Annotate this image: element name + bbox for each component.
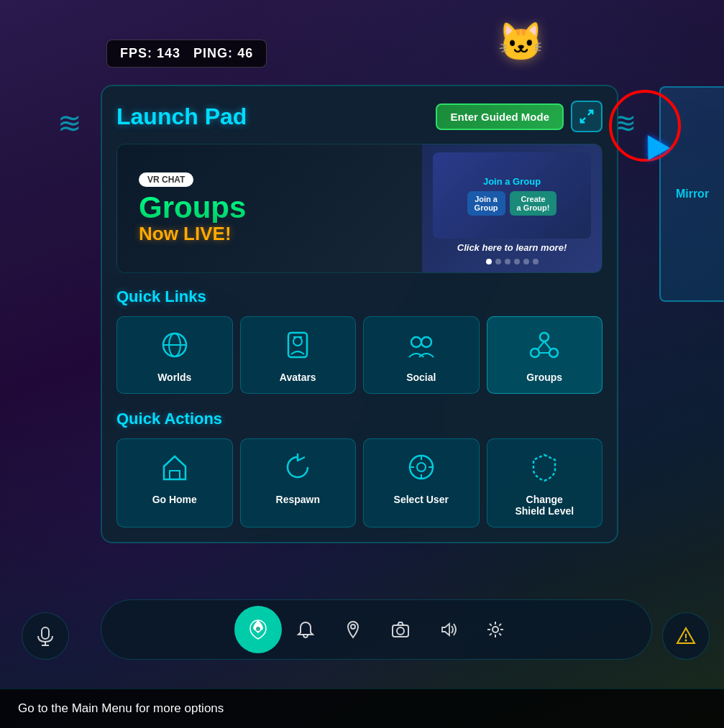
join-btn-group: Join aGroup Createa Group! bbox=[467, 191, 557, 216]
svg-point-6 bbox=[293, 337, 302, 346]
fps-ping-badge: FPS: 143 PING: 46 bbox=[106, 40, 267, 68]
svg-point-9 bbox=[421, 337, 431, 347]
banner-left: VR CHAT Groups Now LIVE! bbox=[117, 158, 422, 259]
dot-1 bbox=[486, 259, 492, 264]
social-button[interactable]: Social bbox=[363, 316, 480, 394]
join-group-btn[interactable]: Join aGroup bbox=[467, 191, 505, 216]
dot-6 bbox=[533, 259, 539, 264]
groups-label: Groups bbox=[526, 372, 562, 383]
groups-button[interactable]: Groups bbox=[487, 316, 603, 394]
fps-label: FPS: bbox=[120, 46, 152, 60]
wing-right-decoration: ≋ bbox=[613, 106, 656, 149]
svg-rect-24 bbox=[42, 627, 49, 639]
select-user-label: Select User bbox=[394, 494, 449, 505]
guided-mode-button[interactable]: Enter Guided Mode bbox=[436, 103, 564, 130]
join-group-image: Join a Group Join aGroup Createa Group! bbox=[433, 152, 591, 239]
banner-cta: Click here to learn more! bbox=[457, 242, 567, 253]
banner-dots bbox=[486, 259, 539, 264]
nav-settings-button[interactable] bbox=[472, 606, 519, 653]
go-home-label: Go Home bbox=[152, 494, 197, 505]
launchpad-title: Launch Pad bbox=[116, 103, 247, 130]
svg-line-14 bbox=[544, 341, 551, 349]
vrc-logo: VR CHAT bbox=[139, 172, 193, 187]
svg-point-30 bbox=[397, 627, 404, 635]
svg-point-33 bbox=[685, 640, 687, 642]
mirror-panel[interactable]: Mirror bbox=[659, 86, 724, 302]
quick-actions-title: Quick Actions bbox=[116, 410, 602, 428]
ping-value: 46 bbox=[237, 46, 253, 60]
change-shield-icon bbox=[529, 452, 559, 487]
svg-line-13 bbox=[538, 341, 544, 349]
dot-5 bbox=[523, 259, 529, 264]
svg-point-19 bbox=[417, 463, 426, 471]
avatars-button[interactable]: Avatars bbox=[240, 316, 357, 394]
svg-point-31 bbox=[492, 627, 498, 632]
svg-point-12 bbox=[549, 349, 558, 357]
worlds-label: Worlds bbox=[157, 372, 191, 383]
select-user-button[interactable]: Select User bbox=[363, 438, 480, 527]
svg-point-28 bbox=[351, 625, 355, 629]
change-shield-label: ChangeShield Level bbox=[515, 494, 574, 517]
vrc-logo-text: VR CHAT bbox=[147, 175, 185, 185]
bottom-nav-bar bbox=[101, 599, 652, 660]
dot-4 bbox=[514, 259, 520, 264]
svg-point-8 bbox=[411, 337, 421, 347]
svg-point-10 bbox=[540, 333, 549, 341]
join-group-title: Join a Group bbox=[467, 176, 557, 187]
worlds-button[interactable]: Worlds bbox=[116, 316, 233, 394]
avatars-label: Avatars bbox=[280, 372, 316, 383]
nav-volume-button[interactable] bbox=[424, 606, 472, 653]
social-icon bbox=[406, 330, 436, 364]
mirror-label: Mirror bbox=[676, 188, 709, 201]
nav-bell-button[interactable] bbox=[282, 606, 329, 653]
avatars-icon bbox=[283, 330, 313, 364]
create-group-btn[interactable]: Createa Group! bbox=[510, 191, 557, 216]
dot-3 bbox=[505, 259, 510, 264]
mic-button[interactable] bbox=[22, 612, 69, 660]
svg-point-27 bbox=[256, 627, 260, 631]
nav-launch-button[interactable] bbox=[234, 606, 282, 653]
quick-actions-grid: Go Home Respawn bbox=[116, 438, 602, 527]
worlds-icon bbox=[160, 330, 190, 364]
launchpad-panel: Launch Pad Enter Guided Mode VR CHAT Gro… bbox=[101, 85, 618, 543]
groups-icon bbox=[529, 330, 559, 364]
change-shield-button[interactable]: ChangeShield Level bbox=[487, 438, 603, 527]
quick-links-title: Quick Links bbox=[116, 287, 602, 306]
wing-left-decoration: ≋ bbox=[58, 106, 101, 149]
banner-right: Join a Group Join aGroup Createa Group! … bbox=[422, 144, 602, 272]
status-text: Go to the Main Menu for more options bbox=[18, 701, 224, 716]
header-right: Enter Guided Mode bbox=[436, 101, 602, 132]
go-home-icon bbox=[160, 452, 190, 487]
ping-label: PING: bbox=[193, 46, 233, 60]
nav-camera-button[interactable] bbox=[377, 606, 424, 653]
groups-banner-text: Groups bbox=[139, 193, 400, 223]
fps-value: 143 bbox=[157, 46, 180, 60]
go-home-button[interactable]: Go Home bbox=[116, 438, 233, 527]
nav-location-button[interactable] bbox=[329, 606, 377, 653]
header-row: Launch Pad Enter Guided Mode bbox=[116, 101, 602, 132]
expand-button[interactable] bbox=[571, 101, 602, 132]
mascot-character: 🐱 bbox=[498, 20, 544, 64]
status-bar: Go to the Main Menu for more options bbox=[0, 688, 724, 728]
groups-banner[interactable]: VR CHAT Groups Now LIVE! Join a Group Jo… bbox=[116, 144, 602, 273]
live-banner-text: Now LIVE! bbox=[139, 223, 400, 245]
svg-point-11 bbox=[531, 349, 539, 357]
alert-button[interactable] bbox=[662, 612, 710, 660]
svg-rect-16 bbox=[170, 471, 180, 479]
respawn-icon bbox=[283, 452, 313, 487]
quick-links-grid: Worlds Avatars bbox=[116, 316, 602, 394]
respawn-button[interactable]: Respawn bbox=[240, 438, 357, 527]
respawn-label: Respawn bbox=[276, 494, 320, 505]
social-label: Social bbox=[406, 372, 436, 383]
dot-2 bbox=[495, 259, 501, 264]
select-user-icon bbox=[406, 452, 436, 487]
